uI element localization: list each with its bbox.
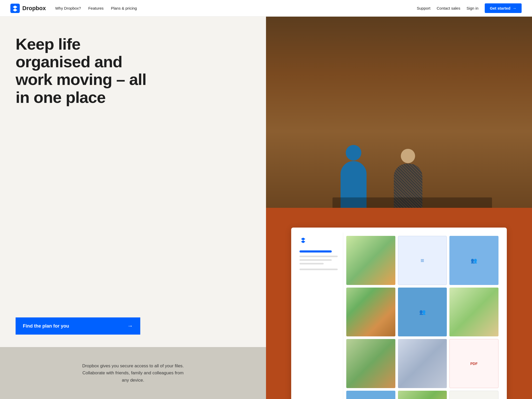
file-panel-sidebar (296, 233, 343, 399)
nav-link-plans-pricing[interactable]: Plans & pricing (111, 6, 137, 10)
file-item-text[interactable] (449, 391, 498, 399)
hero-photo-inner (266, 17, 532, 208)
laptop (332, 197, 492, 208)
hero-photo (266, 17, 532, 208)
nav-logo[interactable]: Dropbox (10, 4, 46, 13)
hero-description: Dropbox gives you secure access to all o… (78, 362, 188, 384)
file-item-map6[interactable] (398, 391, 447, 399)
sidebar-line-4 (300, 269, 338, 270)
find-plan-label: Find the plan for you (23, 323, 69, 329)
sidebar-bar (300, 250, 332, 252)
file-item-folder3[interactable] (346, 391, 395, 399)
file-item-map4[interactable] (346, 339, 395, 388)
file-item-folder1[interactable] (449, 236, 498, 285)
nav-left: Dropbox Why Dropbox? Features Plans & pr… (10, 4, 137, 13)
file-grid (343, 233, 502, 399)
hero-description-area: Dropbox gives you secure access to all o… (0, 347, 266, 399)
file-item-folder2[interactable] (398, 288, 447, 337)
file-item-map3[interactable] (449, 288, 498, 337)
navigation: Dropbox Why Dropbox? Features Plans & pr… (0, 0, 532, 17)
hero-headline: Keep life organised and work moving – al… (16, 35, 156, 106)
hero-right-panel (266, 17, 532, 399)
file-item-pdf[interactable] (449, 339, 498, 388)
sidebar-line-3 (300, 263, 324, 264)
nav-cta-arrow: → (513, 6, 516, 10)
find-plan-button[interactable]: Find the plan for you → (16, 317, 140, 335)
find-plan-arrow: → (127, 323, 133, 329)
file-panel-dropbox-icon (300, 237, 307, 244)
sidebar-line-2 (300, 259, 332, 261)
hero-left-panel: Keep life organised and work moving – al… (0, 17, 266, 399)
hero-section: Keep life organised and work moving – al… (0, 17, 532, 399)
file-item-map5[interactable] (398, 339, 447, 388)
nav-links: Why Dropbox? Features Plans & pricing (55, 6, 137, 10)
file-item-doc1[interactable] (398, 236, 447, 285)
nav-link-features[interactable]: Features (88, 6, 104, 10)
hero-fileview (266, 208, 532, 399)
dropbox-logo-icon (10, 4, 20, 13)
file-item-map1[interactable] (346, 236, 395, 285)
nav-support-link[interactable]: Support (417, 6, 430, 10)
nav-right: Support Contact sales Sign in Get starte… (417, 3, 522, 13)
file-panel-logo (300, 237, 340, 245)
sidebar-line-1 (300, 256, 338, 257)
nav-cta-label: Get started (490, 6, 510, 10)
nav-sign-in-link[interactable]: Sign in (467, 6, 478, 10)
file-item-map2[interactable] (346, 288, 395, 337)
nav-contact-sales-link[interactable]: Contact sales (437, 6, 460, 10)
hero-text-area: Keep life organised and work moving – al… (0, 17, 266, 347)
nav-get-started-button[interactable]: Get started → (485, 3, 522, 13)
nav-logo-text: Dropbox (22, 5, 46, 12)
nav-link-why-dropbox[interactable]: Why Dropbox? (55, 6, 81, 10)
dropbox-file-panel (291, 228, 507, 399)
